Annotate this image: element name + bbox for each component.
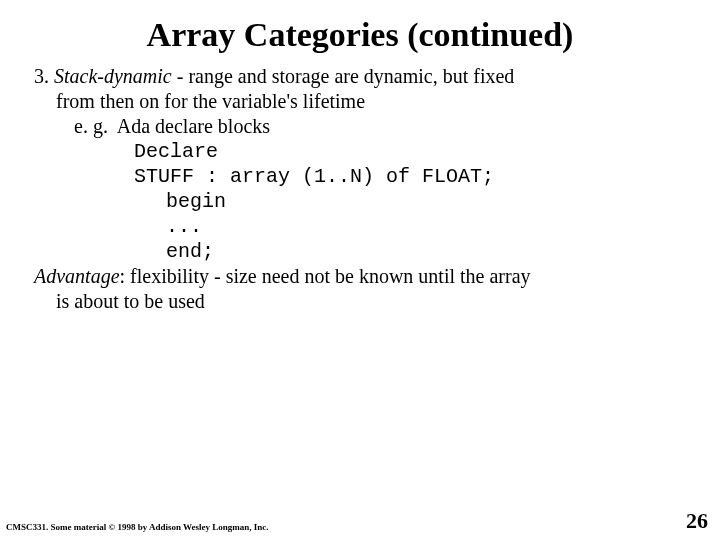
advantage-line-1: Advantage: flexibility - size need not b…	[34, 264, 690, 289]
body-line-2: from then on for the variable's lifetime	[34, 89, 690, 114]
code-line-2: STUFF : array (1..N) of FLOAT;	[34, 164, 690, 189]
slide-body: 3. Stack-dynamic - range and storage are…	[0, 64, 720, 314]
list-number: 3.	[34, 65, 54, 87]
line1-rest: - range and storage are dynamic, but fix…	[172, 65, 515, 87]
advantage-line-2: is about to be used	[34, 289, 690, 314]
code-line-1: Declare	[34, 139, 690, 164]
advantage-rest: : flexibility - size need not be known u…	[120, 265, 531, 287]
slide-title: Array Categories (continued)	[0, 0, 720, 64]
code-line-3: begin	[34, 189, 690, 214]
page-number: 26	[686, 508, 708, 534]
code-line-5: end;	[34, 239, 690, 264]
advantage-label: Advantage	[34, 265, 120, 287]
term-stack-dynamic: Stack-dynamic	[54, 65, 172, 87]
slide: Array Categories (continued) 3. Stack-dy…	[0, 0, 720, 540]
body-line-3: e. g. Ada declare blocks	[34, 114, 690, 139]
body-line-1: 3. Stack-dynamic - range and storage are…	[34, 64, 690, 89]
code-line-4: ...	[34, 214, 690, 239]
footer-copyright: CMSC331. Some material © 1998 by Addison…	[6, 522, 269, 532]
